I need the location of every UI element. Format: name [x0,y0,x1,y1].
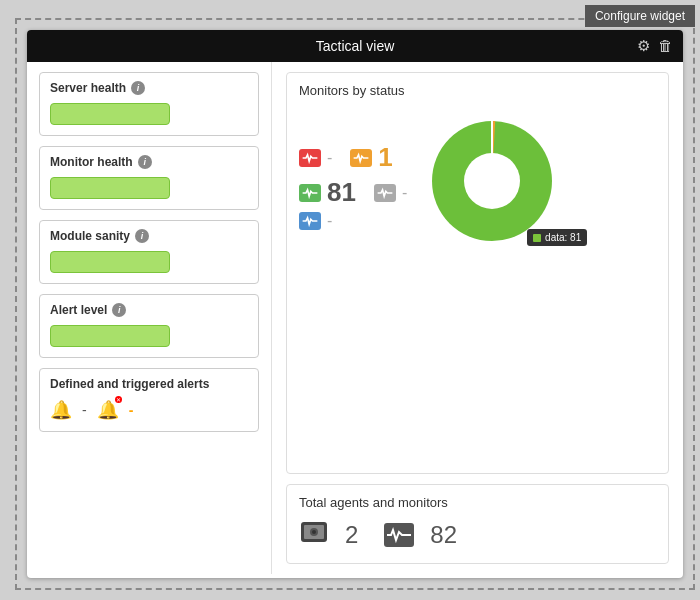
server-health-title: Server health i [50,81,248,95]
monitor-icon-orange [350,149,372,167]
legend-row-2: 81 - [299,177,407,208]
agent-icon [299,518,329,552]
right-column: Monitors by status - [272,62,683,574]
totals-content: 2 82 [299,518,656,552]
monitor-icon-green [299,184,321,202]
pie-chart: data: 81 [417,106,577,266]
monitors-content: - 1 [299,106,656,266]
module-sanity-info-icon[interactable]: i [135,229,149,243]
trash-icon[interactable]: 🗑 [658,37,673,55]
server-health-bar [50,103,170,125]
pie-tooltip: data: 81 [527,229,587,246]
panel-header-icons: ⚙ 🗑 [637,37,673,55]
left-column: Server health i Monitor health i [27,62,272,574]
pie-tooltip-dot [533,234,541,242]
monitor-icon-red [299,149,321,167]
monitor-icon-blue [299,212,321,230]
monitor-health-info-icon[interactable]: i [138,155,152,169]
agent-count: 2 [345,521,358,549]
monitors-section: Monitors by status - [286,72,669,474]
monitor-icon-gray [374,184,396,202]
alert-level-section: Alert level i [39,294,259,358]
alerts-row: 🔔 - 🔔 ✕ - [50,399,248,421]
module-sanity-bar [50,251,170,273]
legend-value-red: - [327,149,332,167]
alert-dash-2: - [129,402,134,418]
server-health-info-icon[interactable]: i [131,81,145,95]
bell-icon-1: 🔔 [50,399,72,421]
monitor-health-section: Monitor health i [39,146,259,210]
configure-widget-button[interactable]: Configure widget [585,5,695,27]
panel-title: Tactical view [316,38,395,54]
legend-row-1: - 1 [299,142,407,173]
pie-tooltip-text: data: 81 [545,232,581,243]
legend-value-gray: - [402,184,407,202]
legend-value-green: 81 [327,177,356,208]
outer-dashed-container: Tactical view ⚙ 🗑 Server health i [15,18,695,590]
monitor-health-bar [50,177,170,199]
svg-point-2 [464,153,520,209]
panel-header: Tactical view ⚙ 🗑 [27,30,683,62]
monitor-health-title: Monitor health i [50,155,248,169]
alert-level-title: Alert level i [50,303,248,317]
bell-icon-red: 🔔 ✕ [97,399,119,421]
main-panel: Tactical view ⚙ 🗑 Server health i [27,30,683,578]
module-sanity-section: Module sanity i [39,220,259,284]
legend-value-blue: - [327,212,332,230]
panel-body: Server health i Monitor health i [27,62,683,574]
monitors-section-title: Monitors by status [299,83,656,98]
alerts-title: Defined and triggered alerts [50,377,248,391]
settings-icon[interactable]: ⚙ [637,37,650,55]
alert-level-info-icon[interactable]: i [112,303,126,317]
totals-section: Total agents and monitors 2 [286,484,669,564]
alert-level-bar [50,325,170,347]
server-health-section: Server health i [39,72,259,136]
legend-value-orange: 1 [378,142,392,173]
monitor-count: 82 [430,521,457,549]
monitor-icon-large [384,523,414,547]
legend-row-3: - [299,212,407,230]
totals-section-title: Total agents and monitors [299,495,656,510]
red-dot: ✕ [115,396,122,403]
alerts-section: Defined and triggered alerts 🔔 - 🔔 ✕ - [39,368,259,432]
alert-dash-1: - [82,402,87,418]
monitors-legend: - 1 [299,142,407,230]
module-sanity-title: Module sanity i [50,229,248,243]
svg-point-6 [312,530,316,534]
